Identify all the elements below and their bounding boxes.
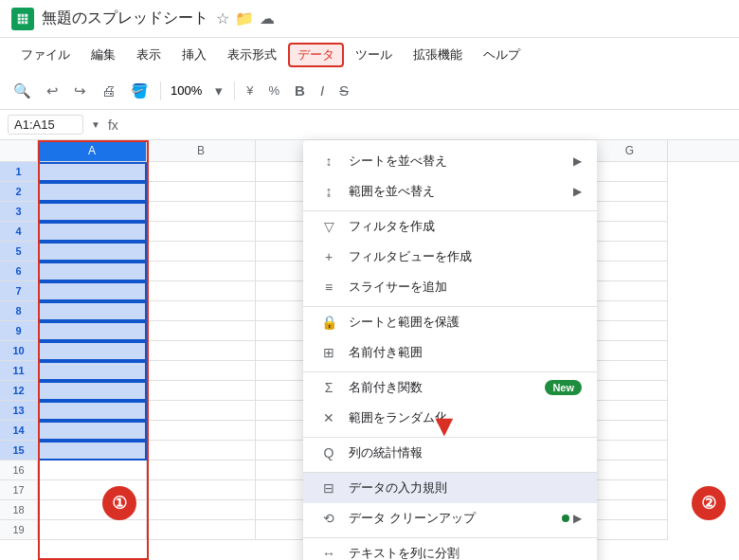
grid-cell[interactable] xyxy=(38,421,147,441)
menu-tools[interactable]: ツール xyxy=(346,43,402,67)
dropdown-item[interactable]: ↨範囲を並べ替え▶ xyxy=(303,176,597,207)
print-btn[interactable]: 🖨 xyxy=(96,79,121,102)
dropdown-item[interactable]: ⊟データの入力規則 xyxy=(303,472,597,503)
grid-cell[interactable] xyxy=(147,321,256,341)
grid-cell[interactable] xyxy=(38,242,147,262)
grid-cell[interactable] xyxy=(592,202,668,222)
dropdown-item[interactable]: ↔テキストを列に分割 xyxy=(303,537,597,560)
grid-cell[interactable] xyxy=(38,301,147,321)
dropdown-item-label: テキストを列に分割 xyxy=(349,545,582,560)
grid-cell[interactable] xyxy=(38,461,147,480)
grid-cell[interactable] xyxy=(38,520,147,540)
grid-cell[interactable] xyxy=(592,421,668,441)
dropdown-item[interactable]: ⊞名前付き範囲 xyxy=(303,337,597,368)
grid-cell[interactable] xyxy=(38,321,147,341)
grid-cell[interactable] xyxy=(592,381,668,401)
grid-cell[interactable] xyxy=(147,301,256,321)
grid-cell[interactable] xyxy=(147,461,256,480)
paint-btn[interactable]: 🪣 xyxy=(125,79,154,103)
grid-cell[interactable] xyxy=(592,182,668,202)
grid-cell[interactable] xyxy=(592,520,668,540)
grid-cell[interactable] xyxy=(147,421,256,441)
folder-icon[interactable]: 📁 xyxy=(235,9,254,27)
dropdown-item[interactable]: Q列の統計情報 xyxy=(303,437,597,468)
menu-insert[interactable]: 挿入 xyxy=(172,43,216,67)
grid-cell[interactable] xyxy=(38,441,147,461)
grid-cell[interactable] xyxy=(38,341,147,361)
dropdown-item[interactable]: ↕シートを並べ替え▶ xyxy=(303,146,597,176)
grid-cell[interactable] xyxy=(147,262,256,281)
menu-format[interactable]: 表示形式 xyxy=(218,43,286,67)
grid-cell[interactable] xyxy=(38,222,147,242)
grid-cell[interactable] xyxy=(147,441,256,461)
formula-input[interactable] xyxy=(126,117,731,132)
grid-cell[interactable] xyxy=(38,401,147,421)
italic-btn[interactable]: I xyxy=(315,79,330,102)
cell-reference[interactable]: A1:A15 xyxy=(8,115,83,135)
grid-cell[interactable] xyxy=(147,520,256,540)
dropdown-item[interactable]: ⟲データ クリーンアップ▶ xyxy=(303,503,597,533)
grid-cell[interactable] xyxy=(38,162,147,182)
grid-cell[interactable] xyxy=(147,281,256,301)
strikethrough-btn[interactable]: S xyxy=(333,79,354,102)
redo-btn[interactable]: ↪ xyxy=(68,79,92,103)
grid-cell[interactable] xyxy=(38,480,147,500)
zoom-select[interactable]: 100% xyxy=(167,81,206,99)
menu-edit[interactable]: 編集 xyxy=(81,43,125,67)
menu-view[interactable]: 表示 xyxy=(127,43,171,67)
grid-cell[interactable] xyxy=(147,162,256,182)
grid-cell[interactable] xyxy=(147,242,256,262)
grid-cell[interactable] xyxy=(38,361,147,381)
menu-extensions[interactable]: 拡張機能 xyxy=(404,43,472,67)
grid-cell[interactable] xyxy=(592,361,668,381)
grid-cell[interactable] xyxy=(38,262,147,281)
dropdown-item[interactable]: +フィルタビューを作成 xyxy=(303,242,597,272)
grid-cell[interactable] xyxy=(147,401,256,421)
grid-cell[interactable] xyxy=(592,401,668,421)
grid-cell[interactable] xyxy=(592,461,668,480)
undo-btn[interactable]: ↩ xyxy=(41,79,64,103)
grid-cell[interactable] xyxy=(592,242,668,262)
col-header-a[interactable]: A xyxy=(38,140,147,161)
grid-cell[interactable] xyxy=(38,500,147,520)
col-header-g[interactable]: G xyxy=(592,140,668,161)
dropdown-item[interactable]: ≡スライサーを追加 xyxy=(303,272,597,302)
grid-cell[interactable] xyxy=(592,341,668,361)
col-header-b[interactable]: B xyxy=(147,140,256,161)
dropdown-item[interactable]: 🔒シートと範囲を保護 xyxy=(303,306,597,337)
search-btn[interactable]: 🔍 xyxy=(8,79,37,103)
dropdown-item[interactable]: ✕範囲をランダム化 xyxy=(303,403,597,433)
zoom-dropdown[interactable]: ▾ xyxy=(209,79,228,103)
grid-cell[interactable] xyxy=(592,262,668,281)
grid-cell[interactable] xyxy=(592,301,668,321)
dropdown-item[interactable]: ▽フィルタを作成 xyxy=(303,210,597,242)
grid-cell[interactable] xyxy=(592,281,668,301)
grid-cell[interactable] xyxy=(38,281,147,301)
yen-btn[interactable]: ¥ xyxy=(241,80,259,101)
grid-cell[interactable] xyxy=(592,222,668,242)
menu-help[interactable]: ヘルプ xyxy=(474,43,530,67)
grid-cell[interactable] xyxy=(592,162,668,182)
grid-cell[interactable] xyxy=(38,381,147,401)
grid-cell[interactable] xyxy=(592,480,668,500)
percent-btn[interactable]: % xyxy=(262,80,285,101)
grid-cell[interactable] xyxy=(592,500,668,520)
grid-cell[interactable] xyxy=(147,182,256,202)
menu-file[interactable]: ファイル xyxy=(11,43,80,67)
cloud-icon[interactable]: ☁ xyxy=(260,9,275,27)
star-icon[interactable]: ☆ xyxy=(216,9,229,27)
grid-cell[interactable] xyxy=(147,381,256,401)
grid-cell[interactable] xyxy=(147,222,256,242)
grid-cell[interactable] xyxy=(592,441,668,461)
grid-cell[interactable] xyxy=(147,202,256,222)
grid-cell[interactable] xyxy=(38,182,147,202)
menu-data[interactable]: データ xyxy=(288,43,344,67)
dropdown-item[interactable]: Σ名前付き関数New xyxy=(303,371,597,403)
grid-cell[interactable] xyxy=(147,361,256,381)
grid-cell[interactable] xyxy=(147,500,256,520)
grid-cell[interactable] xyxy=(147,341,256,361)
bold-btn[interactable]: B xyxy=(289,79,311,102)
grid-cell[interactable] xyxy=(592,321,668,341)
grid-cell[interactable] xyxy=(38,202,147,222)
grid-cell[interactable] xyxy=(147,480,256,500)
